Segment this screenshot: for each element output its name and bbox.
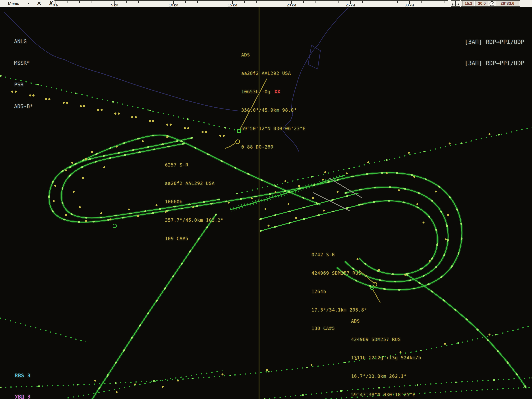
ruler-label: 0 м <box>53 3 59 7</box>
record-status-line: [ЗАП] RDP→PPI/UDP <box>465 38 524 45</box>
sensor-item: ANLG <box>14 38 33 45</box>
label-line: aa28f2 AAL292 USA <box>241 70 305 76</box>
radar-plot-marker-core <box>238 130 240 132</box>
label-line: aa28f2 AAL292 USA <box>165 180 223 186</box>
ruler-label: 20 км <box>287 3 296 7</box>
legend-item: УВД 3 <box>15 393 40 399</box>
ads-label-aal292[interactable]: ADS aa28f2 AAL292 USA 10653b ·0gXX 358.0… <box>241 40 305 162</box>
ads-position-marker[interactable] <box>373 282 377 286</box>
label-line: 59°50'12"N 030°06'23"E <box>241 126 305 132</box>
clock-icon <box>489 1 495 6</box>
ruler-label: 25 км <box>346 3 355 7</box>
label-line: 0 88 DO-260 <box>241 144 305 150</box>
label-line: 424969 SDM257 RUS <box>351 336 421 342</box>
ads-position-marker[interactable] <box>236 140 240 144</box>
azimuth-readout: 26°33.6 <box>496 1 519 6</box>
radar-display: ANLG MSSR* PSR ADS-B* [ЗАП] RDP→PPI/UDP … <box>0 0 532 399</box>
label-line: ADS <box>351 318 421 324</box>
label-line: ADS <box>241 52 305 58</box>
measure-readout-group: 15.1 30.0 26°33.6 <box>461 0 520 7</box>
label-line: 1264b <box>311 289 367 295</box>
label-line: 109 CA#5 <box>165 235 223 242</box>
track-label-aal292[interactable]: 6257 S-R aa28f2 AAL292 USA 10660b 357.7°… <box>165 150 223 254</box>
ruler-label: 10 км <box>169 3 178 7</box>
radar-tracks <box>49 135 526 399</box>
label-line: 59°43'38"N 030°18'25"E <box>351 392 421 398</box>
plot-count-legend: RBS 3 УВД 3 S 14 АЗН-В 12 <box>15 358 40 399</box>
toolbar: Меню ▼ ✕ ✗ 0 м 5 км 10 км 15 км 20 км 25… <box>0 0 532 7</box>
ruler-label: 30 км <box>405 3 414 7</box>
record-status: [ЗАП] RDP→PPI/UDP [ЗАП] RDP→PPI/UDP <box>465 24 524 81</box>
label-line: 6257 S-R <box>165 162 223 168</box>
label-line: 0742 S-R <box>311 252 367 258</box>
ruler-label: 5 км <box>111 3 118 7</box>
adsb-plot-pairs <box>11 90 225 137</box>
sensor-status-list: ANLG MSSR* PSR ADS-B* <box>14 23 33 124</box>
label-line: 16.7°/33.8km 262.1° <box>351 373 421 379</box>
crosshair-icon <box>451 1 460 6</box>
label-line: 424969 SDM257 RUS <box>311 270 367 276</box>
label-line: 357.7°/45.0km 103.2° <box>165 217 223 223</box>
label-line: 1311b 1212g ↑13g 524km/h <box>351 355 421 361</box>
delete-track-icon[interactable]: ✗ <box>49 0 53 6</box>
ruler-label: 15 км <box>228 3 237 7</box>
sensor-item: PSR <box>14 81 33 88</box>
range-ruler <box>54 0 448 1</box>
sensor-item: MSSR* <box>14 59 33 67</box>
close-icon[interactable]: ✕ <box>37 0 41 6</box>
record-status-line: [ЗАП] RDP→PPI/UDP <box>465 60 524 67</box>
range-readout: 15.1 <box>462 1 475 6</box>
legend-item: RBS 3 <box>15 372 40 379</box>
alert-flag: XX <box>274 89 280 94</box>
ads-label-sdm257[interactable]: ADS 424969 SDM257 RUS 1311b 1212g ↑13g 5… <box>351 306 421 399</box>
label-line: 10660b <box>165 199 223 205</box>
ruler-minor-ticks <box>54 1 448 3</box>
chevron-down-icon[interactable]: ▼ <box>27 2 30 5</box>
scale-readout: 30.0 <box>475 1 488 6</box>
center-tool-button[interactable] <box>451 0 460 7</box>
label-line: 10653b ·0gXX <box>241 89 305 95</box>
sensor-item: ADS-B* <box>14 103 33 110</box>
track-ring-marker[interactable] <box>113 224 117 228</box>
menu-button[interactable]: Меню <box>8 1 19 6</box>
adsb-plots <box>53 133 491 393</box>
label-line: 358.0°/45.9km 98.8° <box>241 107 305 113</box>
